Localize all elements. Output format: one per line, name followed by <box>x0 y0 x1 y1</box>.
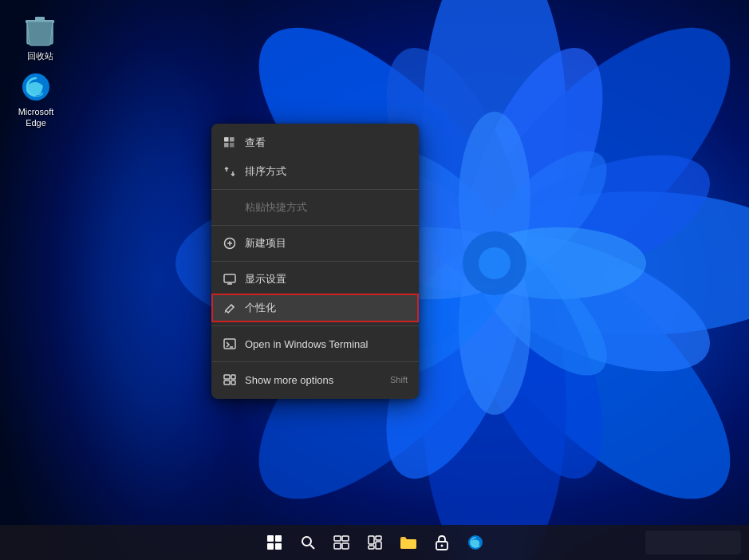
more-options-icon <box>223 373 237 387</box>
divider-4 <box>211 325 419 326</box>
menu-item-display[interactable]: 显示设置 <box>211 265 419 294</box>
svg-rect-65 <box>369 536 374 544</box>
divider-1 <box>211 189 419 190</box>
svg-rect-61 <box>334 536 341 541</box>
terminal-icon <box>223 337 237 351</box>
desktop-icon-recycle-bin[interactable]: 回收站 <box>12 12 68 65</box>
pencil-icon <box>223 301 237 315</box>
svg-rect-55 <box>267 535 274 542</box>
taskbar-search-button[interactable] <box>292 526 324 558</box>
taskbar-widgets-button[interactable] <box>359 526 391 558</box>
taskbar-edge-button[interactable] <box>459 526 491 558</box>
svg-line-47 <box>231 305 234 307</box>
divider-5 <box>211 361 419 362</box>
svg-rect-53 <box>231 375 235 379</box>
svg-rect-35 <box>224 137 229 142</box>
view-label: 查看 <box>245 136 408 150</box>
divider-3 <box>211 261 419 262</box>
recycle-bin-label: 回收站 <box>27 50 53 61</box>
display-icon <box>223 272 237 286</box>
svg-rect-57 <box>267 543 274 550</box>
taskbar <box>0 525 749 560</box>
paste-shortcut-label: 粘贴快捷方式 <box>245 200 408 215</box>
divider-2 <box>211 225 419 226</box>
svg-rect-44 <box>224 274 235 282</box>
more-options-shortcut: Shift <box>390 375 408 385</box>
desktop: 回收站 Microsoft Edge 查看 <box>0 0 749 560</box>
menu-item-new[interactable]: 新建项目 <box>211 229 419 258</box>
edge-label: Microsoft Edge <box>11 106 61 129</box>
svg-rect-38 <box>230 143 235 148</box>
svg-rect-62 <box>342 536 349 541</box>
menu-item-sort[interactable]: 排序方式 <box>211 157 419 186</box>
new-item-icon <box>223 236 237 250</box>
svg-rect-37 <box>224 143 229 148</box>
svg-rect-56 <box>275 535 282 542</box>
taskbar-taskview-button[interactable] <box>325 526 357 558</box>
taskbar-lock-button[interactable] <box>426 526 458 558</box>
taskbar-pinned-icons <box>258 526 491 558</box>
svg-rect-51 <box>224 375 230 379</box>
context-menu: 查看 排序方式 粘贴快捷方式 <box>211 124 419 399</box>
svg-rect-54 <box>231 381 235 385</box>
svg-rect-52 <box>224 381 230 385</box>
more-options-label: Show more options <box>245 374 382 386</box>
svg-point-59 <box>302 537 311 546</box>
menu-item-paste-shortcut[interactable]: 粘贴快捷方式 <box>211 193 419 222</box>
taskbar-system-tray <box>645 530 741 554</box>
new-item-label: 新建项目 <box>245 236 408 250</box>
recycle-bin-icon <box>24 15 56 47</box>
sort-label: 排序方式 <box>245 164 408 179</box>
display-label: 显示设置 <box>245 272 408 286</box>
menu-item-terminal[interactable]: Open in Windows Terminal <box>211 329 419 358</box>
svg-rect-64 <box>342 543 349 549</box>
taskbar-explorer-button[interactable] <box>392 526 424 558</box>
personalize-label: 个性化 <box>245 301 408 315</box>
svg-rect-68 <box>376 542 381 549</box>
svg-line-48 <box>225 310 226 313</box>
svg-line-60 <box>310 545 314 549</box>
svg-rect-63 <box>334 543 341 549</box>
grid-icon <box>223 136 237 150</box>
taskbar-start-button[interactable] <box>258 526 290 558</box>
terminal-label: Open in Windows Terminal <box>245 338 408 350</box>
svg-rect-67 <box>369 546 374 549</box>
sort-icon <box>223 164 237 179</box>
svg-rect-30 <box>35 17 45 21</box>
menu-item-personalize[interactable]: 个性化 <box>211 294 419 322</box>
svg-point-70 <box>440 545 443 547</box>
svg-rect-36 <box>230 137 235 142</box>
svg-rect-66 <box>376 536 381 540</box>
desktop-icon-edge[interactable]: Microsoft Edge <box>8 68 64 132</box>
svg-rect-58 <box>275 543 282 550</box>
edge-icon <box>20 71 52 103</box>
paste-icon <box>223 200 237 215</box>
svg-point-26 <box>479 247 511 279</box>
menu-item-view[interactable]: 查看 <box>211 128 419 157</box>
menu-item-more-options[interactable]: Show more options Shift <box>211 365 419 394</box>
